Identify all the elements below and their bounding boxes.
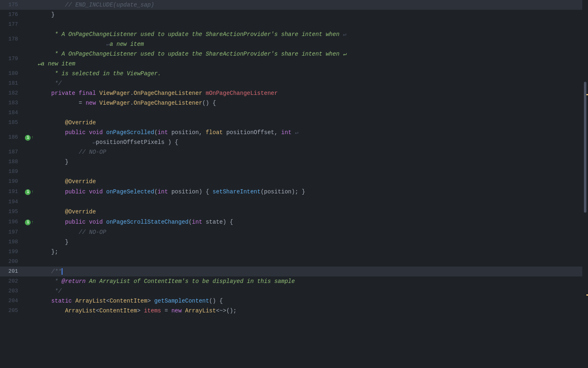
kw-token: static bbox=[38, 298, 75, 304]
gutter-cell: i↑ bbox=[24, 186, 34, 197]
wrap-indicator: ↵ bbox=[343, 31, 346, 38]
code-line[interactable]: public void onPageScrolled(int position,… bbox=[34, 128, 582, 147]
wrapped-content: ↵a new item bbox=[38, 61, 75, 67]
code-line[interactable]: */ bbox=[34, 79, 582, 88]
comment-token: // NO-OP bbox=[38, 149, 106, 155]
type-token: ArrayList bbox=[185, 307, 216, 314]
code-line[interactable] bbox=[34, 197, 582, 207]
method-token: getSampleContent bbox=[154, 298, 209, 304]
line-number: 202 bbox=[0, 276, 24, 286]
var-name-token: mOnPageChangeListener bbox=[206, 90, 278, 96]
gutter-cell bbox=[24, 257, 34, 267]
scrollbar-thumb[interactable] bbox=[584, 82, 586, 213]
table-row: 183 = new ViewPager.OnPageChangeListener… bbox=[0, 98, 582, 108]
code-line[interactable]: private final ViewPager.OnPageChangeList… bbox=[34, 88, 582, 98]
table-row: 194 bbox=[0, 197, 582, 207]
javadoc-text-token: * is selected in the ViewPager. bbox=[38, 70, 161, 77]
line-number: 175 bbox=[0, 0, 24, 10]
param-token: position bbox=[172, 188, 199, 195]
punct-token: ) { bbox=[199, 188, 213, 195]
punct-token: . bbox=[130, 100, 134, 106]
code-line[interactable]: }; bbox=[34, 247, 582, 257]
kw-token: new bbox=[172, 307, 185, 314]
code-line[interactable]: ArrayList<ContentItem> items = new Array… bbox=[34, 306, 582, 316]
kw-token: void bbox=[89, 129, 106, 136]
line-number: 198 bbox=[0, 237, 24, 247]
line-number: 201 bbox=[0, 267, 24, 276]
code-line[interactable]: * A OnPageChangeListener used to update … bbox=[34, 29, 582, 49]
comment-token: * bbox=[38, 278, 62, 285]
method-token: onPageScrollStateChanged bbox=[106, 219, 189, 225]
table-row: 204 static ArrayList<ContentItem> getSam… bbox=[0, 296, 582, 306]
gutter-cell bbox=[24, 118, 34, 128]
table-row: 178 * A OnPageChangeListener used to upd… bbox=[0, 29, 582, 49]
code-line[interactable]: } bbox=[34, 10, 582, 20]
code-line[interactable]: @Override bbox=[34, 118, 582, 128]
line-number: 191 bbox=[0, 186, 24, 197]
punct-token: }; bbox=[38, 249, 58, 255]
code-line[interactable]: // END_INCLUDE(update_sap) bbox=[34, 0, 582, 10]
type-token: ContentItem bbox=[99, 307, 137, 314]
table-row: 205 ArrayList<ContentItem> items = new A… bbox=[0, 306, 582, 316]
table-row: 187 // NO-OP bbox=[0, 147, 582, 157]
line-number: 203 bbox=[0, 286, 24, 296]
code-line[interactable]: @Override bbox=[34, 207, 582, 217]
code-line[interactable]: } bbox=[34, 237, 582, 247]
code-line[interactable] bbox=[34, 167, 582, 177]
type-token: ViewPager bbox=[99, 100, 130, 106]
code-line[interactable] bbox=[34, 257, 582, 267]
table-row: 190 @Override bbox=[0, 177, 582, 186]
table-row: 176 } bbox=[0, 10, 582, 20]
line-number: 187 bbox=[0, 147, 24, 157]
line-number: 190 bbox=[0, 177, 24, 186]
wrap-content-2: a new item bbox=[109, 41, 144, 47]
code-line[interactable]: = new ViewPager.OnPageChangeListener() { bbox=[34, 98, 582, 108]
punct-token: } bbox=[38, 239, 69, 245]
line-number: 204 bbox=[0, 296, 24, 306]
code-line[interactable]: @Override bbox=[34, 177, 582, 186]
punct-token: } bbox=[38, 159, 69, 165]
gutter-cell bbox=[24, 98, 34, 108]
punct-token: ) { bbox=[223, 219, 233, 225]
scroll-marker-2 bbox=[586, 294, 588, 296]
code-line[interactable]: // NO-OP bbox=[34, 147, 582, 157]
gutter-cell bbox=[24, 147, 34, 157]
up-arrow-icon: ↑ bbox=[31, 135, 33, 140]
code-line[interactable]: static ArrayList<ContentItem> getSampleC… bbox=[34, 296, 582, 306]
gutter-cell bbox=[24, 237, 34, 247]
param-token: positionOffset bbox=[226, 129, 274, 136]
scrollbar[interactable] bbox=[582, 0, 588, 368]
punct-token: ( bbox=[189, 219, 192, 225]
line-wrap-ind-token: ↵ bbox=[295, 129, 298, 136]
code-line[interactable]: */ bbox=[34, 286, 582, 296]
gutter-cell bbox=[24, 306, 34, 316]
wrapped-content: ↵positionOffsetPixels ) { bbox=[38, 139, 178, 146]
table-row: 184 bbox=[0, 108, 582, 118]
gutter-cell bbox=[24, 157, 34, 167]
line-number: 184 bbox=[0, 108, 24, 118]
up-arrow-icon: ↑ bbox=[31, 220, 33, 224]
line-number: 179 bbox=[0, 49, 24, 69]
code-line[interactable]: * @return An ArrayList of ContentItem's … bbox=[34, 276, 582, 286]
comment-token: // NO-OP bbox=[38, 229, 106, 236]
code-line[interactable] bbox=[34, 108, 582, 118]
line-number: 200 bbox=[0, 257, 24, 267]
code-line[interactable]: public void onPageSelected(int position)… bbox=[34, 186, 582, 197]
gutter-cell bbox=[24, 276, 34, 286]
line-number: 205 bbox=[0, 306, 24, 316]
code-line[interactable]: public void onPageScrollStateChanged(int… bbox=[34, 217, 582, 227]
method-token: setShareIntent bbox=[213, 188, 261, 195]
code-line[interactable]: // NO-OP bbox=[34, 227, 582, 237]
table-row: 201 /** bbox=[0, 267, 582, 276]
comment-token: */ bbox=[38, 80, 62, 87]
code-line[interactable] bbox=[34, 20, 582, 29]
code-line[interactable]: * is selected in the ViewPager. bbox=[34, 69, 582, 79]
gutter-cell bbox=[24, 267, 34, 276]
code-content[interactable]: 175 // END_INCLUDE(update_sap)176 }17717… bbox=[0, 0, 582, 368]
kw-token: void bbox=[89, 188, 106, 195]
type-token: ContentItem bbox=[109, 298, 147, 304]
code-line[interactable]: } bbox=[34, 157, 582, 167]
table-row: 199 }; bbox=[0, 247, 582, 257]
code-line[interactable]: * A OnPageChangeListener used to update … bbox=[34, 49, 582, 69]
code-line[interactable]: /** bbox=[34, 267, 582, 276]
